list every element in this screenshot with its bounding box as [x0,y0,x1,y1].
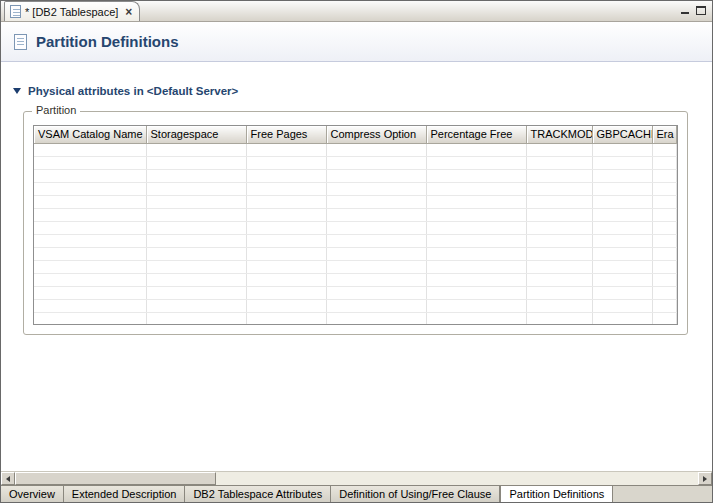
table-cell[interactable] [246,247,326,260]
table-cell[interactable] [34,273,146,286]
table-row[interactable] [34,286,677,299]
table-cell[interactable] [426,143,526,156]
editor-tab-db2-tablespace[interactable]: * [DB2 Tablespace] × [4,1,140,21]
table-cell[interactable] [526,247,592,260]
table-cell[interactable] [526,299,592,312]
table-cell[interactable] [426,273,526,286]
table-cell[interactable] [526,195,592,208]
table-cell[interactable] [426,182,526,195]
table-cell[interactable] [246,182,326,195]
table-cell[interactable] [326,143,426,156]
table-cell[interactable] [426,312,526,325]
table-cell[interactable] [326,286,426,299]
chevron-down-icon[interactable] [13,88,21,94]
table-cell[interactable] [146,208,246,221]
table-cell[interactable] [652,143,677,156]
table-cell[interactable] [146,221,246,234]
table-row[interactable] [34,312,677,325]
table-cell[interactable] [326,169,426,182]
tab-partition-definitions[interactable]: Partition Definitions [500,486,613,502]
column-header[interactable]: Era [652,126,677,143]
table-cell[interactable] [652,273,677,286]
table-cell[interactable] [526,221,592,234]
table-cell[interactable] [526,312,592,325]
column-header[interactable]: Free Pages [246,126,326,143]
table-cell[interactable] [526,286,592,299]
table-cell[interactable] [34,208,146,221]
scroll-right-button[interactable] [698,472,712,485]
table-row[interactable] [34,169,677,182]
table-cell[interactable] [146,234,246,247]
table-cell[interactable] [326,156,426,169]
column-header[interactable]: VSAM Catalog Name [34,126,146,143]
section-header-physical-attributes[interactable]: Physical attributes in <Default Server> [13,85,712,97]
table-cell[interactable] [326,312,426,325]
table-row[interactable] [34,273,677,286]
table-cell[interactable] [34,156,146,169]
table-cell[interactable] [526,273,592,286]
table-cell[interactable] [652,156,677,169]
table-cell[interactable] [246,286,326,299]
table-row[interactable] [34,260,677,273]
table-cell[interactable] [326,260,426,273]
table-cell[interactable] [592,182,652,195]
table-cell[interactable] [526,260,592,273]
table-cell[interactable] [652,234,677,247]
table-cell[interactable] [146,299,246,312]
table-cell[interactable] [326,273,426,286]
table-row[interactable] [34,156,677,169]
table-cell[interactable] [34,182,146,195]
table-cell[interactable] [426,156,526,169]
table-cell[interactable] [426,286,526,299]
table-cell[interactable] [652,286,677,299]
table-cell[interactable] [652,182,677,195]
tab-extended-description[interactable]: Extended Description [64,486,186,502]
table-cell[interactable] [526,143,592,156]
table-cell[interactable] [526,182,592,195]
table-row[interactable] [34,221,677,234]
table-cell[interactable] [652,208,677,221]
table-cell[interactable] [592,273,652,286]
tab-db2-tablespace-attributes[interactable]: DB2 Tablespace Attributes [185,486,331,502]
table-cell[interactable] [146,169,246,182]
table-cell[interactable] [246,195,326,208]
table-cell[interactable] [34,260,146,273]
minimize-icon[interactable] [679,5,691,16]
table-row[interactable] [34,247,677,260]
table-cell[interactable] [592,195,652,208]
table-cell[interactable] [246,312,326,325]
table-cell[interactable] [246,208,326,221]
table-cell[interactable] [34,169,146,182]
column-header[interactable]: TRACKMOD [526,126,592,143]
table-cell[interactable] [652,195,677,208]
table-cell[interactable] [592,234,652,247]
tab-definition-of-using-free-clause[interactable]: Definition of Using/Free Clause [331,486,500,502]
table-cell[interactable] [34,286,146,299]
table-cell[interactable] [246,299,326,312]
table-cell[interactable] [246,273,326,286]
table-row[interactable] [34,234,677,247]
table-cell[interactable] [146,312,246,325]
table-cell[interactable] [592,312,652,325]
table-row[interactable] [34,195,677,208]
table-cell[interactable] [592,169,652,182]
table-cell[interactable] [526,156,592,169]
table-cell[interactable] [34,299,146,312]
table-cell[interactable] [652,247,677,260]
table-cell[interactable] [146,182,246,195]
column-header[interactable]: Compress Option [326,126,426,143]
table-cell[interactable] [426,299,526,312]
table-cell[interactable] [426,169,526,182]
table-cell[interactable] [592,299,652,312]
column-header[interactable]: GBPCACHE [592,126,652,143]
table-cell[interactable] [246,234,326,247]
table-cell[interactable] [326,195,426,208]
horizontal-scrollbar[interactable] [1,471,712,485]
table-cell[interactable] [426,221,526,234]
table-cell[interactable] [426,195,526,208]
table-cell[interactable] [526,208,592,221]
column-header[interactable]: Storagespace [146,126,246,143]
table-row[interactable] [34,143,677,156]
table-cell[interactable] [34,221,146,234]
table-cell[interactable] [592,208,652,221]
